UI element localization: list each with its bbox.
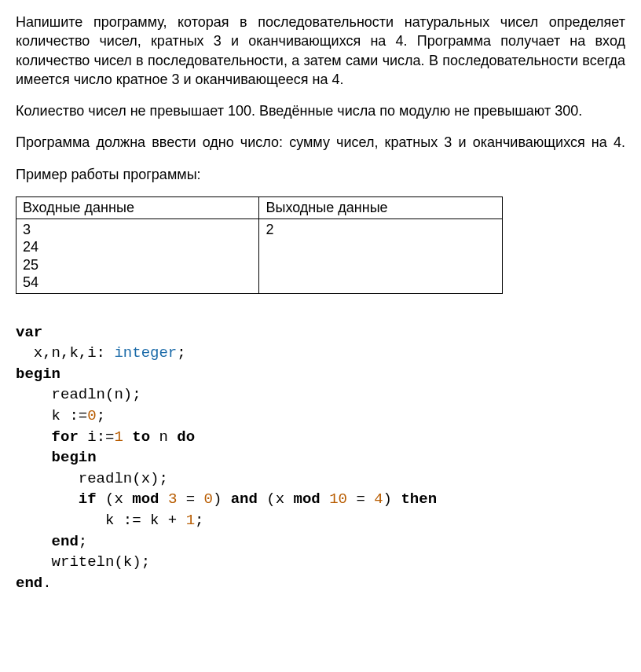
keyword-end: end bbox=[52, 533, 79, 550]
code-text bbox=[123, 428, 132, 446]
code-text: readln(x); bbox=[16, 470, 168, 487]
keyword-and: and bbox=[231, 490, 258, 508]
keyword-begin: begin bbox=[52, 449, 97, 466]
code-text: . bbox=[42, 575, 51, 592]
table-cell-input: 3 24 25 54 bbox=[16, 218, 259, 293]
keyword-if: if bbox=[79, 490, 97, 508]
code-text: = bbox=[347, 490, 374, 508]
keyword-var: var bbox=[16, 324, 42, 341]
table-cell-output: 2 bbox=[259, 218, 503, 293]
code-text: ; bbox=[97, 407, 105, 424]
code-text: k := bbox=[16, 407, 87, 424]
code-text: readln(n); bbox=[16, 386, 141, 403]
code-text: x,n,k,i: bbox=[16, 344, 114, 362]
keyword-mod: mod bbox=[294, 490, 320, 508]
code-text: k := k + bbox=[16, 512, 186, 529]
code-text: ) bbox=[383, 490, 401, 508]
table-row: 3 24 25 54 2 bbox=[16, 218, 503, 293]
code-text bbox=[16, 428, 52, 446]
code-text: (x bbox=[97, 490, 133, 508]
keyword-end: end bbox=[16, 575, 42, 592]
number-literal: 1 bbox=[114, 428, 123, 446]
table-header-output: Выходные данные bbox=[259, 197, 503, 219]
problem-paragraph-3: Программа должна ввести одно число: сумм… bbox=[16, 133, 625, 152]
code-text bbox=[16, 490, 79, 508]
code-text: = bbox=[177, 490, 203, 508]
type-integer: integer bbox=[114, 344, 177, 362]
code-text: ; bbox=[177, 344, 185, 362]
code-text: ; bbox=[79, 533, 87, 550]
keyword-to: to bbox=[132, 428, 150, 446]
code-text: (x bbox=[258, 490, 294, 508]
code-text bbox=[16, 449, 52, 466]
code-text: ) bbox=[213, 490, 231, 508]
code-block: var x,n,k,i: integer; begin readln(n); k… bbox=[16, 322, 625, 594]
keyword-mod: mod bbox=[132, 490, 159, 508]
number-literal: 0 bbox=[204, 490, 213, 508]
code-text: n bbox=[150, 428, 177, 446]
code-text bbox=[320, 490, 329, 508]
code-text: writeln(k); bbox=[16, 553, 150, 571]
number-literal: 0 bbox=[87, 407, 96, 424]
keyword-begin: begin bbox=[16, 365, 60, 383]
code-text: i:= bbox=[79, 428, 115, 446]
problem-paragraph-2: Колиество чисел не превышает 100. Введён… bbox=[16, 101, 625, 120]
example-label: Пример работы программы: bbox=[16, 165, 625, 184]
keyword-then: then bbox=[401, 490, 437, 508]
number-literal: 4 bbox=[374, 490, 383, 508]
code-text bbox=[159, 490, 167, 508]
number-literal: 10 bbox=[329, 490, 347, 508]
number-literal: 1 bbox=[186, 512, 195, 529]
keyword-do: do bbox=[177, 428, 195, 446]
example-table: Входные данные Выходные данные 3 24 25 5… bbox=[16, 196, 503, 294]
problem-paragraph-1: Напишите программу, которая в последоват… bbox=[16, 13, 625, 89]
table-row: Входные данные Выходные данные bbox=[16, 197, 503, 219]
table-header-input: Входные данные bbox=[16, 197, 259, 219]
number-literal: 3 bbox=[168, 490, 177, 508]
code-text bbox=[16, 533, 52, 550]
code-text: ; bbox=[195, 512, 203, 529]
keyword-for: for bbox=[52, 428, 79, 446]
